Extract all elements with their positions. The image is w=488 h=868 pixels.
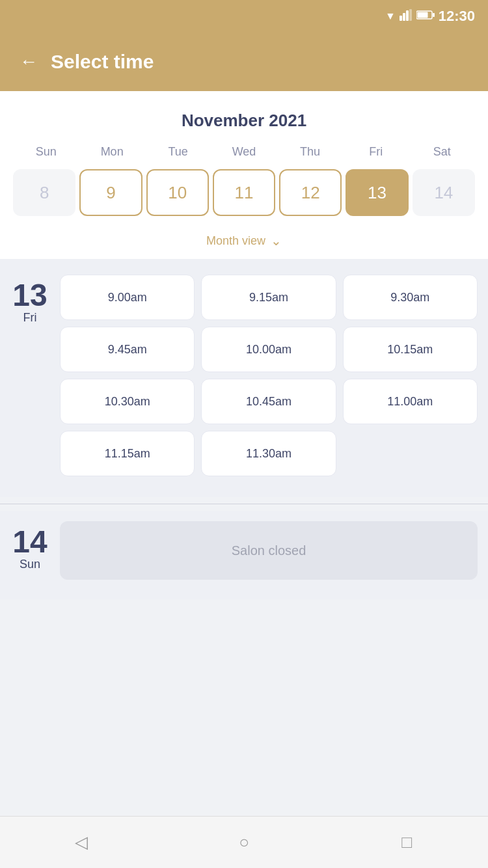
battery-icon <box>416 10 435 23</box>
cal-day-12[interactable]: 12 <box>279 169 342 216</box>
time-slot-900am[interactable]: 9.00am <box>60 275 195 320</box>
time-slot-1015am[interactable]: 10.15am <box>343 327 478 372</box>
svg-rect-0 <box>400 16 402 21</box>
cal-day-13[interactable]: 13 <box>346 169 408 216</box>
salon-closed-message: Salon closed <box>60 521 478 580</box>
nav-recent-icon: □ <box>401 832 412 852</box>
time-slot-1000am[interactable]: 10.00am <box>201 327 336 372</box>
cal-day-11[interactable]: 11 <box>213 169 275 216</box>
day-headers: Sun Mon Tue Wed Thu Fri Sat <box>13 141 475 163</box>
day-14-label: 14 Sun <box>10 521 49 571</box>
time-slot-1100am[interactable]: 11.00am <box>343 379 478 424</box>
wifi-icon: ▼ <box>385 10 396 22</box>
svg-rect-5 <box>417 12 427 18</box>
day-14-row: 14 Sun Salon closed <box>10 521 478 580</box>
svg-rect-6 <box>433 13 435 17</box>
nav-home-icon: ○ <box>239 832 249 852</box>
day-14-number: 14 <box>12 526 47 558</box>
time-slot-945am[interactable]: 9.45am <box>60 327 195 372</box>
signal-icon <box>400 9 413 23</box>
day-14-name: Sun <box>20 558 40 571</box>
nav-recent-button[interactable]: □ <box>387 823 426 862</box>
time-slot-1130am[interactable]: 11.30am <box>201 431 336 476</box>
cal-day-8[interactable]: 8 <box>13 169 75 216</box>
svg-rect-2 <box>406 10 409 21</box>
calendar-section: November 2021 Sun Mon Tue Wed Thu Fri Sa… <box>0 91 488 259</box>
day-13-row: 13 Fri 9.00am 9.15am 9.30am 9.45am 10.00… <box>10 275 478 476</box>
month-year: November 2021 <box>13 104 475 131</box>
time-slot-915am[interactable]: 9.15am <box>201 275 336 320</box>
time-slot-1115am[interactable]: 11.15am <box>60 431 195 476</box>
nav-home-button[interactable]: ○ <box>224 823 264 862</box>
time-slot-930am[interactable]: 9.30am <box>343 275 478 320</box>
calendar-row: 8 9 10 11 12 13 14 <box>13 169 475 216</box>
header: ← Select time <box>0 33 488 91</box>
content: November 2021 Sun Mon Tue Wed Thu Fri Sa… <box>0 91 488 868</box>
svg-rect-3 <box>409 9 412 21</box>
month-view-toggle[interactable]: Month view ⌄ <box>13 225 475 259</box>
cal-day-9[interactable]: 9 <box>79 169 142 216</box>
back-button[interactable]: ← <box>20 51 38 72</box>
closed-section: 14 Sun Salon closed <box>0 511 488 599</box>
section-divider <box>0 504 488 504</box>
time-section: 13 Fri 9.00am 9.15am 9.30am 9.45am 10.00… <box>0 259 488 497</box>
nav-back-icon: ◁ <box>75 832 88 852</box>
time-slot-1030am[interactable]: 10.30am <box>60 379 195 424</box>
cal-day-14[interactable]: 14 <box>413 169 475 216</box>
day-header-wed: Wed <box>211 141 277 163</box>
day-header-fri: Fri <box>343 141 409 163</box>
back-icon: ← <box>20 51 38 72</box>
time-slots-grid: 9.00am 9.15am 9.30am 9.45am 10.00am 10.1… <box>60 275 478 476</box>
status-time: 12:30 <box>439 8 475 25</box>
chevron-down-icon: ⌄ <box>271 233 282 249</box>
day-13-label: 13 Fri <box>10 275 49 325</box>
day-header-tue: Tue <box>145 141 211 163</box>
page-title: Select time <box>51 51 154 73</box>
month-view-label: Month view <box>206 234 265 248</box>
day-13-name: Fri <box>23 311 37 325</box>
day-header-mon: Mon <box>79 141 144 163</box>
status-icons: ▼ 12:30 <box>385 8 475 25</box>
time-slot-1045am[interactable]: 10.45am <box>201 379 336 424</box>
nav-back-button[interactable]: ◁ <box>62 823 101 862</box>
nav-bar: ◁ ○ □ <box>0 816 488 868</box>
day-13-number: 13 <box>12 280 47 311</box>
day-header-sat: Sat <box>409 141 475 163</box>
day-header-thu: Thu <box>277 141 343 163</box>
day-header-sun: Sun <box>13 141 79 163</box>
cal-day-10[interactable]: 10 <box>146 169 209 216</box>
svg-rect-1 <box>403 13 405 21</box>
status-bar: ▼ 12:30 <box>0 0 488 33</box>
